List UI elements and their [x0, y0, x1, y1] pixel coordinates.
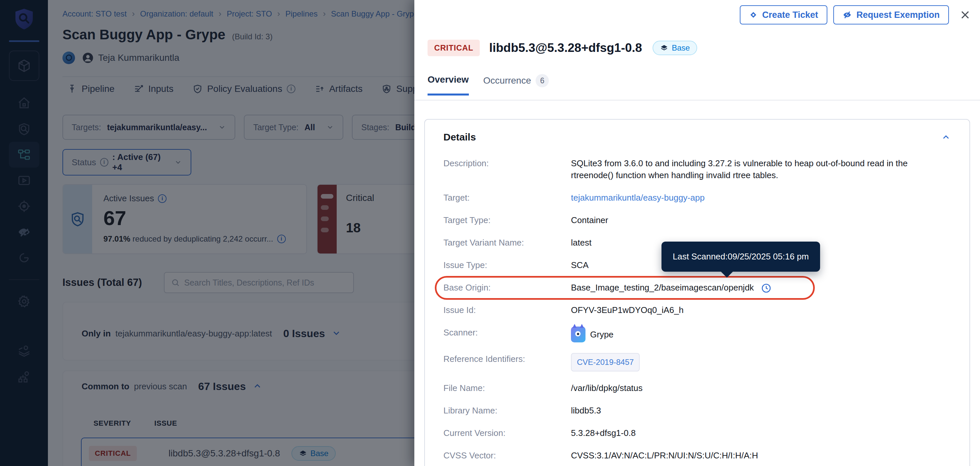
layers-icon	[660, 44, 668, 52]
panel-issue-title: libdb5.3@5.3.28+dfsg1-0.8	[489, 41, 642, 55]
details-heading: Details	[444, 132, 476, 143]
create-ticket-button[interactable]: Create Ticket	[740, 5, 827, 24]
detail-row-cvss-vector: CVSS Vector: CVSS:3.1/AV:N/AC:L/PR:N/UI:…	[444, 450, 951, 461]
tab-occurrence[interactable]: Occurrence 6	[484, 74, 549, 96]
last-scanned-tooltip: Last Scanned:09/25/2025 05:16 pm	[662, 242, 820, 272]
detail-row-library-name: Library Name: libdb5.3	[444, 404, 951, 417]
request-exemption-button[interactable]: Request Exemption	[833, 5, 949, 24]
target-link[interactable]: tejakummarikuntla/easy-buggy-app	[571, 192, 951, 204]
detail-row-reference-identifiers: Reference Identifiers: CVE-2019-8457	[444, 353, 951, 372]
detail-row-description: Description: SQLite3 from 3.6.0 to and i…	[444, 157, 951, 181]
detail-row-file-name: File Name: /var/lib/dpkg/status	[444, 382, 951, 394]
detail-row-base-origin: Base Origin: Base_Image_testing_2/baseim…	[444, 282, 951, 293]
panel-base-tag: Base	[652, 41, 697, 55]
detail-row-target-type: Target Type: Container	[444, 214, 951, 226]
panel-tabs-divider	[414, 100, 980, 100]
collapse-chevron-up-icon[interactable]	[941, 132, 951, 142]
grype-scanner-icon	[571, 326, 585, 342]
ticket-diamond-icon	[749, 11, 757, 19]
detail-row-issue-id: Issue Id: OFYV-3EuP1wDYOq0_iA6_h	[444, 304, 951, 316]
tab-overview[interactable]: Overview	[428, 74, 469, 95]
details-card: Details Description: SQLite3 from 3.6.0 …	[424, 119, 970, 466]
detail-row-current-version: Current Version: 5.3.28+dfsg1-0.8	[444, 427, 951, 439]
cve-chip[interactable]: CVE-2019-8457	[571, 353, 640, 372]
eye-off-icon	[843, 10, 852, 19]
close-panel-icon[interactable]	[958, 7, 973, 22]
last-scanned-clock-icon[interactable]	[761, 283, 772, 293]
issue-detail-panel: Create Ticket Request Exemption CRITICAL…	[414, 0, 980, 466]
detail-row-target: Target: tejakummarikuntla/easy-buggy-app	[444, 192, 951, 204]
panel-tabs: Overview Occurrence 6	[428, 74, 549, 96]
panel-severity-badge: CRITICAL	[428, 40, 480, 56]
detail-row-scanner: Scanner: Grype	[444, 326, 951, 342]
app: Account: STO test Organization: default …	[0, 0, 980, 466]
occurrence-count-badge: 6	[536, 74, 549, 87]
